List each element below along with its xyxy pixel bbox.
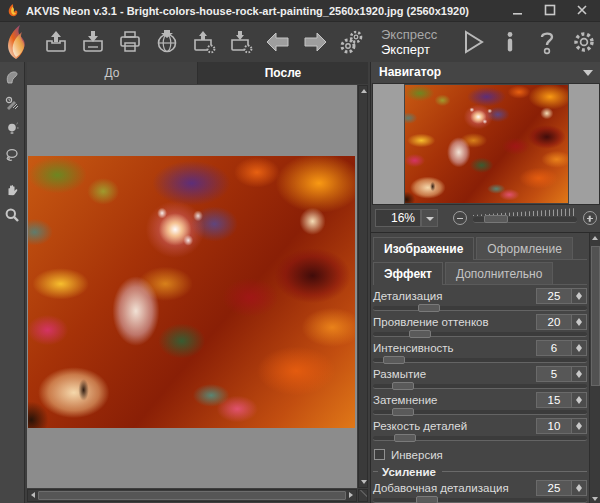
batch-processing-button[interactable]	[337, 27, 367, 57]
param-spinner[interactable]	[572, 288, 587, 304]
zoom-slider-handle[interactable]	[484, 215, 508, 223]
param-slider-handle[interactable]	[392, 382, 414, 390]
titlebar[interactable]: AKVIS Neon v.3.1 - Bright-colors-house-r…	[0, 0, 600, 22]
magnifier-icon	[4, 207, 20, 223]
help-button[interactable]	[532, 27, 562, 57]
param-label: Затемнение	[373, 394, 536, 406]
param-slider-handle[interactable]	[392, 408, 414, 416]
zoom-slider-track[interactable]	[473, 217, 577, 223]
mode-express[interactable]: Экспресс	[381, 27, 445, 42]
save-image-button[interactable]	[78, 27, 108, 57]
param-spinner[interactable]	[572, 418, 587, 434]
settings-panel: Изображение Оформление Эффект Дополнител…	[371, 232, 600, 503]
history-brush-tool-button[interactable]	[2, 92, 22, 114]
undo-button[interactable]	[263, 27, 293, 57]
scroll-down-arrow[interactable]	[592, 497, 598, 501]
param-spinner[interactable]	[572, 340, 587, 356]
param-value-input[interactable]: 6	[536, 340, 572, 356]
image-viewport[interactable]	[27, 85, 357, 488]
param-slider-handle[interactable]	[416, 496, 438, 503]
tab-image[interactable]: Изображение	[373, 237, 474, 259]
open-image-button[interactable]	[41, 27, 71, 57]
mode-switcher[interactable]: Экспресс Эксперт	[381, 27, 445, 57]
sub-tabs: Эффект Дополнительно	[373, 262, 587, 285]
play-icon	[459, 28, 487, 56]
hand-tool-button[interactable]	[2, 178, 22, 200]
param-value-input[interactable]: 15	[536, 392, 572, 408]
scroll-right-arrow[interactable]	[349, 492, 353, 498]
zoom-dropdown-button[interactable]	[421, 209, 438, 227]
navigator-collapse-icon[interactable]	[583, 70, 593, 76]
smudge-tool-button[interactable]	[2, 66, 22, 88]
param-slider-track[interactable]	[373, 498, 587, 503]
param-value-input[interactable]: 5	[536, 366, 572, 382]
param-value-input[interactable]: 25	[536, 480, 572, 496]
tab-effect[interactable]: Эффект	[373, 262, 443, 284]
glow-tool-button[interactable]	[2, 118, 22, 140]
scroll-left-arrow[interactable]	[31, 492, 35, 498]
scroll-up-arrow[interactable]	[361, 89, 367, 93]
param-label: Добавочная детализация	[373, 482, 536, 494]
param-slider-track[interactable]	[373, 332, 587, 337]
param-slider-track[interactable]	[373, 384, 587, 389]
scroll-down-arrow[interactable]	[361, 480, 367, 484]
horizontal-scroll-thumb[interactable]	[38, 491, 346, 500]
maximize-button[interactable]	[544, 4, 560, 18]
tab-after[interactable]: После	[198, 62, 368, 84]
gears-icon	[338, 28, 366, 56]
param-value-input[interactable]: 20	[536, 314, 572, 330]
param-spinner[interactable]	[572, 314, 587, 330]
info-button[interactable]	[495, 27, 525, 57]
export-presets-button[interactable]	[226, 27, 256, 57]
param-slider-handle[interactable]	[409, 330, 431, 338]
redo-button[interactable]	[300, 27, 330, 57]
settings-scroll-thumb[interactable]	[591, 246, 600, 386]
run-button[interactable]	[458, 27, 488, 57]
main-image[interactable]	[28, 156, 355, 428]
print-button[interactable]	[115, 27, 145, 57]
horizontal-scrollbar[interactable]	[27, 489, 357, 502]
param-spinner[interactable]	[572, 392, 587, 408]
param-value-input[interactable]: 25	[536, 288, 572, 304]
minimize-button[interactable]	[512, 4, 528, 18]
param-label: Детализация	[373, 290, 536, 302]
tab-decoration[interactable]: Оформление	[476, 237, 572, 259]
param-slider-track[interactable]	[373, 436, 587, 441]
mode-expert[interactable]: Эксперт	[381, 42, 445, 57]
param-slider-track[interactable]	[373, 358, 587, 363]
vertical-scrollbar[interactable]	[358, 85, 368, 488]
redo-arrow-icon	[302, 29, 328, 55]
gear-icon	[570, 28, 598, 56]
navigator-header[interactable]: Навигатор	[371, 62, 600, 83]
tab-before[interactable]: До	[27, 62, 198, 84]
printer-icon	[117, 29, 143, 55]
param-slider-track[interactable]	[373, 306, 587, 311]
param-value-input[interactable]: 10	[536, 418, 572, 434]
preferences-button[interactable]	[569, 27, 599, 57]
param-darken: Затемнение 15	[373, 391, 587, 416]
zoom-value-input[interactable]: 16%	[375, 209, 421, 227]
param-slider-handle[interactable]	[418, 304, 440, 312]
param-sharpness: Резкость деталей 10	[373, 417, 587, 442]
settings-scrollbar[interactable]	[589, 233, 600, 503]
param-spinner[interactable]	[572, 480, 587, 496]
history-brush-icon	[4, 95, 20, 111]
inversion-checkbox[interactable]	[374, 449, 385, 460]
chevron-down-icon	[426, 217, 434, 221]
close-button[interactable]	[576, 4, 592, 18]
param-slider-track[interactable]	[373, 410, 587, 415]
zoom-in-button[interactable]	[583, 211, 597, 225]
resize-grip[interactable]	[358, 489, 368, 502]
lasso-tool-button[interactable]	[2, 144, 22, 166]
tab-additional[interactable]: Дополнительно	[445, 262, 553, 284]
zoom-out-button[interactable]	[453, 211, 467, 225]
param-slider-handle[interactable]	[394, 434, 416, 442]
zoom-tool-button[interactable]	[2, 204, 22, 226]
param-slider-handle[interactable]	[383, 356, 405, 364]
navigator-thumbnail[interactable]	[405, 85, 568, 203]
param-spinner[interactable]	[572, 366, 587, 382]
import-presets-button[interactable]	[189, 27, 219, 57]
scroll-up-arrow[interactable]	[592, 236, 598, 240]
tools-panel	[0, 62, 25, 503]
export-to-web-button[interactable]	[152, 27, 182, 57]
